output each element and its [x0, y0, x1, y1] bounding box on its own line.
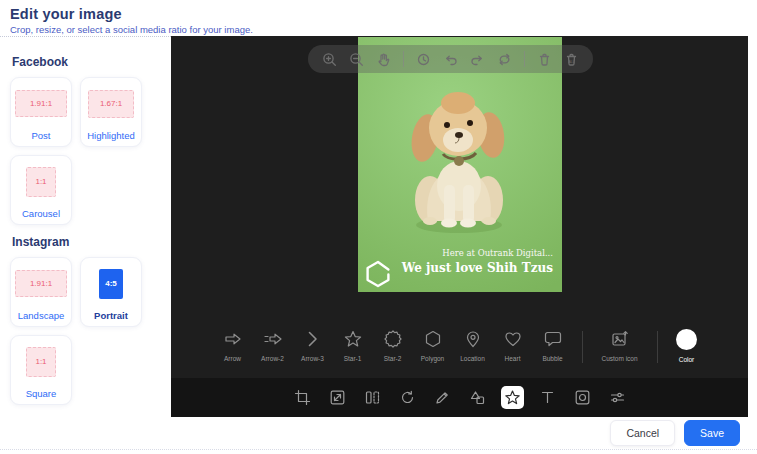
ratio-card-label: Portrait: [94, 310, 128, 321]
location-pin-shape-icon: [463, 329, 483, 349]
history-button[interactable]: [416, 52, 431, 67]
cancel-button[interactable]: Cancel: [610, 420, 675, 446]
editor-tools-row: [171, 378, 748, 417]
modal-footer: Cancel Save: [0, 417, 757, 454]
arrow-2-shape-icon: [263, 329, 283, 349]
ratio-chip: 1:1: [26, 347, 56, 377]
rotate-tool-button[interactable]: [396, 386, 419, 409]
shape-arrow-2[interactable]: Arrow-2: [253, 329, 293, 362]
rotate-icon: [399, 389, 416, 406]
polygon-hexagon-shape-icon: [423, 329, 443, 349]
section-title-instagram: Instagram: [12, 235, 171, 249]
star-2-seal-shape-icon: [383, 329, 403, 349]
edited-photo[interactable]: Here at Outrank Digital... We just love …: [358, 37, 562, 292]
shape-arrow-3[interactable]: Arrow-3: [293, 329, 333, 362]
toolbar-separator: [403, 51, 404, 67]
shape-custom-icon[interactable]: Custom icon: [592, 329, 648, 362]
pan-hand-button[interactable]: [376, 52, 391, 67]
shape-star-1[interactable]: Star-1: [333, 329, 373, 362]
arrow-3-chevron-icon: [303, 329, 323, 349]
adjust-tool-button[interactable]: [606, 386, 629, 409]
ratio-card-label: Square: [26, 388, 57, 399]
trash-icon: [537, 52, 552, 67]
repeat-button[interactable]: [497, 52, 512, 67]
ratio-card-instagram-landscape[interactable]: 1.91:1 Landscape: [10, 257, 72, 327]
delete-button[interactable]: [537, 52, 552, 67]
ratio-chip: 1.67:1: [88, 90, 134, 118]
caption-line-1[interactable]: Here at Outrank Digital...: [402, 248, 553, 258]
ratio-card-facebook-highlighted[interactable]: 1.67:1 Highlighted: [80, 77, 142, 147]
editor-canvas[interactable]: Here at Outrank Digital... We just love …: [171, 36, 748, 417]
focus-tool-button[interactable]: [571, 386, 594, 409]
shape-star-2[interactable]: Star-2: [373, 329, 413, 362]
shape-arrow[interactable]: Arrow: [213, 329, 253, 362]
speech-bubble-shape-icon: [543, 329, 563, 349]
photo-caption[interactable]: Here at Outrank Digital... We just love …: [402, 248, 553, 275]
text-icon: [539, 389, 556, 406]
shapes-separator: [657, 331, 658, 363]
ratio-card-label: Highlighted: [87, 130, 135, 141]
ratio-chip-selected: 4:5: [99, 269, 123, 299]
ratio-card-label: Landscape: [18, 310, 64, 321]
undo-icon: [443, 52, 458, 67]
ratio-sidebar: Facebook 1.91:1 Post 1.67:1 Highlighted …: [0, 36, 171, 417]
crop-tool-button[interactable]: [291, 386, 314, 409]
sliders-icon: [609, 389, 626, 406]
save-button[interactable]: Save: [684, 420, 740, 446]
focus-frame-icon: [574, 389, 591, 406]
color-swatch-white[interactable]: [676, 329, 697, 350]
instagram-card-grid: 1.91:1 Landscape 4:5 Portrait 1:1 Square: [10, 257, 171, 405]
undo-button[interactable]: [443, 52, 458, 67]
ratio-card-label: Carousel: [22, 208, 60, 219]
custom-icon-upload-icon: [610, 329, 630, 349]
flip-tool-button[interactable]: [361, 386, 384, 409]
shape-heart[interactable]: Heart: [493, 329, 533, 362]
hand-icon: [376, 52, 391, 67]
ratio-card-facebook-carousel[interactable]: 1:1 Carousel: [10, 155, 72, 225]
flip-icon: [364, 389, 381, 406]
header: Edit your image Crop, resize, or select …: [0, 0, 757, 36]
toolbar-separator: [524, 51, 525, 67]
history-clock-icon: [416, 52, 431, 67]
ratio-card-instagram-square[interactable]: 1:1 Square: [10, 335, 72, 405]
shape-color-picker[interactable]: Color: [667, 329, 707, 363]
edit-image-modal: Edit your image Crop, resize, or select …: [0, 0, 757, 454]
section-title-facebook: Facebook: [12, 55, 171, 69]
heart-shape-icon: [503, 329, 523, 349]
text-tool-button[interactable]: [536, 386, 559, 409]
draw-tool-button[interactable]: [431, 386, 454, 409]
star-icon: [504, 389, 521, 406]
ratio-card-label: Post: [31, 130, 50, 141]
ratio-card-instagram-portrait-selected[interactable]: 4:5 Portrait: [80, 257, 142, 327]
zoom-in-button[interactable]: [322, 52, 337, 67]
shapes-picker-row: Arrow Arrow-2 Arrow-3 Star-1 Star-2 Poly…: [171, 320, 748, 378]
shapes-separator: [582, 331, 583, 363]
star-1-shape-icon: [343, 329, 363, 349]
ratio-chip: 1:1: [26, 167, 56, 197]
svg-text:ALL: ALL: [569, 60, 575, 64]
shape-location[interactable]: Location: [453, 329, 493, 362]
redo-button[interactable]: [470, 52, 485, 67]
repeat-loop-icon: [497, 52, 512, 67]
redo-icon: [470, 52, 485, 67]
shape-bubble[interactable]: Bubble: [533, 329, 573, 362]
shape-polygon[interactable]: Polygon: [413, 329, 453, 362]
ratio-chip: 1.91:1: [15, 270, 67, 297]
resize-icon: [329, 389, 346, 406]
zoom-out-button[interactable]: [349, 52, 364, 67]
page-title: Edit your image: [10, 6, 757, 22]
zoom-out-icon: [349, 52, 364, 67]
outrank-hexagon-logo-icon[interactable]: [365, 260, 391, 288]
pencil-icon: [434, 389, 451, 406]
delete-all-button[interactable]: ALL: [564, 52, 579, 67]
resize-tool-button[interactable]: [326, 386, 349, 409]
caption-line-2[interactable]: We just love Shih Tzus: [402, 261, 553, 275]
crop-icon: [294, 389, 311, 406]
star-tool-button-active[interactable]: [501, 386, 524, 409]
canvas-top-toolbar: ALL: [308, 45, 593, 73]
ratio-chip: 1.91:1: [15, 90, 67, 117]
shapes-tool-button[interactable]: [466, 386, 489, 409]
trash-all-icon: ALL: [564, 52, 579, 67]
arrow-shape-icon: [223, 329, 243, 349]
ratio-card-facebook-post[interactable]: 1.91:1 Post: [10, 77, 72, 147]
